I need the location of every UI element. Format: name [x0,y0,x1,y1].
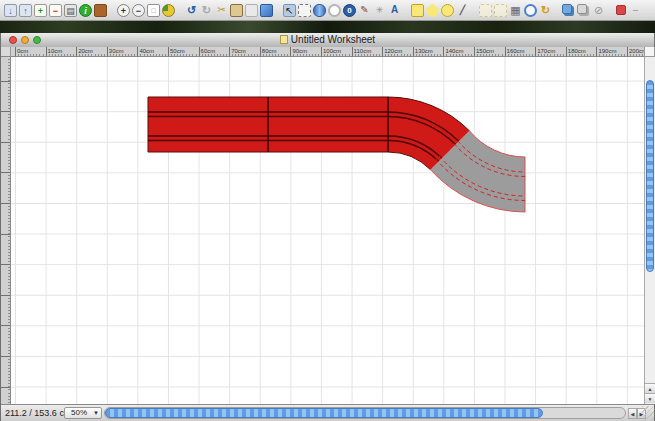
ruler-tick [474,47,475,56]
ruler-label: 90cm [1,310,2,325]
print-icon[interactable]: ▤ [64,4,77,17]
bring-front-icon[interactable] [562,4,572,14]
ruler-label: 70cm [231,47,246,55]
ruler-tick [352,47,353,56]
ruler-tick [443,47,444,56]
ruler-tick [505,47,506,56]
redo-icon[interactable]: ↻ [200,4,213,17]
pen-tool-icon[interactable]: ✎ [358,4,371,17]
line-shape-icon[interactable]: ╱ [456,4,469,17]
page-corner-button[interactable] [644,47,655,57]
info-badge-icon[interactable]: 0 [343,4,356,17]
ruler-tick [382,47,383,56]
clock-icon[interactable] [524,4,537,17]
toolbar: ↓↑+−▤i+−□↺↻✂↖0✎✳A╱▦↻⊘– [0,0,655,21]
ruler-label: 30cm [109,47,124,55]
ruler-label: 40cm [1,157,2,172]
polygon-shape-icon[interactable] [426,4,439,17]
rotate-icon[interactable]: ↻ [539,4,552,17]
zoom-level-select[interactable]: 50% ▼ [64,407,102,419]
ruler-tick [46,47,47,56]
undo-icon[interactable]: ↺ [185,4,198,17]
table-icon[interactable]: ▦ [509,4,522,17]
horizontal-scrollbar-thumb[interactable] [105,408,543,418]
ruler-vertical: 10cm20cm30cm40cm50cm60cm70cm80cm90cm100c… [1,57,11,404]
scroll-down-button[interactable]: ▼ [645,393,655,403]
resize-grip[interactable] [642,406,654,421]
horizontal-scrollbar[interactable] [104,407,626,419]
scenery-tool-icon[interactable]: ✳ [373,4,386,17]
chevron-down-icon: ▼ [93,408,99,418]
ruler-label: 150cm [476,47,494,55]
eraser-icon[interactable] [260,4,273,17]
ruler-tick [535,47,536,56]
cut-icon[interactable]: ✂ [215,4,228,17]
status-bar: 211.2 / 153.6 cm 50% ▼ ◀ ▶ [1,404,654,421]
vertical-scrollbar[interactable]: ▲ ▼ [644,57,655,404]
color-swatch-icon[interactable] [616,5,626,15]
ruler-tick [1,111,10,112]
ruler-tick [229,47,230,56]
zoom-page-icon[interactable]: □ [147,4,160,17]
ruler-tick [1,387,10,388]
ruler-label: 190cm [598,47,616,55]
scroll-up-button[interactable]: ▲ [645,383,655,393]
ruler-tick [1,325,10,326]
ruler-corner [1,47,11,57]
remove-document-icon[interactable]: − [49,4,62,17]
zoom-in-icon[interactable]: + [117,4,130,17]
package-icon[interactable] [94,4,107,17]
ruler-tick [260,47,261,56]
ring-tool-icon[interactable] [328,4,341,17]
toolbar-separator [403,4,409,17]
ruler-label: 0cm [17,47,28,55]
select-tool-icon[interactable]: ↖ [283,4,296,17]
measure-tool-icon[interactable] [313,4,326,17]
title-bar[interactable]: Untitled Worksheet [1,33,654,48]
zoom-out-icon[interactable]: − [132,4,145,17]
zoom-fit-icon[interactable] [162,4,175,17]
ruler-label: 30cm [1,126,2,141]
ruler-label: 110cm [354,47,372,55]
ruler-label: 50cm [170,47,185,55]
ruler-label: 200cm [629,47,644,55]
ruler-tick [1,203,10,204]
copy-icon[interactable] [245,4,258,17]
flip-vertical-icon[interactable] [494,4,507,17]
scroll-left-button[interactable]: ◀ [628,408,637,419]
worksheet-canvas[interactable] [11,57,644,404]
ruler-tick [566,47,567,56]
ruler-tick [1,81,10,82]
disable-icon[interactable]: ⊘ [592,4,605,17]
toolbar-separator [109,4,115,17]
text-tool-icon[interactable]: A [388,4,401,17]
vertical-scrollbar-thumb[interactable] [646,80,654,272]
new-document-icon[interactable]: + [34,4,47,17]
flip-horizontal-icon[interactable] [479,4,492,17]
ruler-tick [1,295,10,296]
toolbar-separator [275,4,281,17]
ruler-label: 40cm [139,47,154,55]
rectangle-shape-icon[interactable] [411,4,424,17]
ellipse-shape-icon[interactable] [441,4,454,17]
ruler-label: 170cm [537,47,555,55]
ruler-tick [1,264,10,265]
cursor-position-display: 211.2 / 153.6 cm [5,408,71,418]
paste-icon[interactable] [230,4,243,17]
ruler-tick [627,47,628,56]
ruler-tick [107,47,108,56]
window-title-text: Untitled Worksheet [291,34,375,45]
overflow-icon[interactable]: – [629,4,642,17]
ruler-label: 160cm [507,47,525,55]
export-icon[interactable]: ↑ [19,4,32,17]
marquee-tool-icon[interactable] [298,4,311,17]
ruler-label: 130cm [415,47,433,55]
ruler-label: 20cm [1,96,2,111]
ruler-label: 60cm [201,47,216,55]
ruler-tick [321,47,322,56]
info-icon[interactable]: i [79,4,92,17]
track-red-section[interactable] [148,97,469,170]
import-icon[interactable]: ↓ [4,4,17,17]
ruler-tick [1,234,10,235]
send-back-icon[interactable] [577,4,587,14]
